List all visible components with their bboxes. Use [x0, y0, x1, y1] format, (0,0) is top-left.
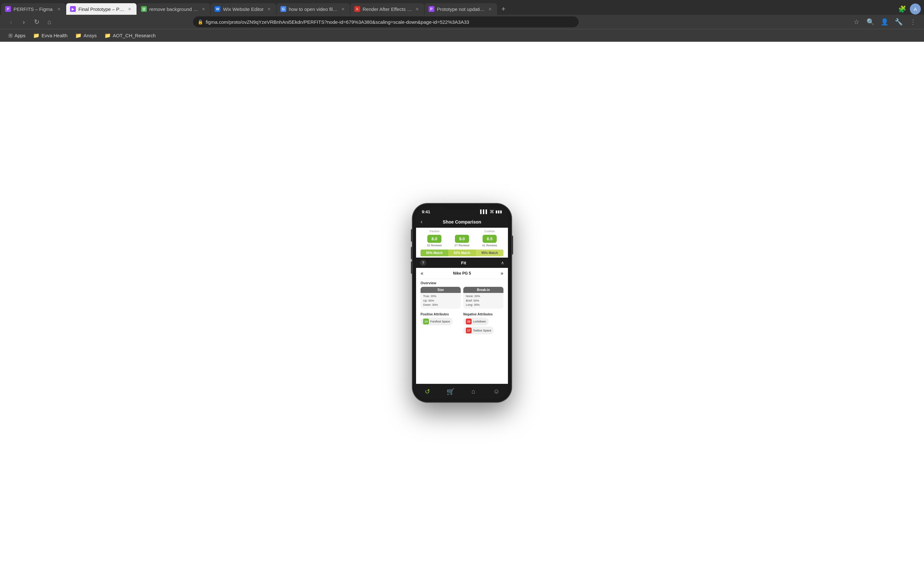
negative-tag-label-1: Lockdown [473, 320, 486, 323]
score-header-row: Traction Cushion [416, 228, 508, 234]
extensions-icon[interactable]: 🧩 [896, 3, 908, 15]
tab-favicon-4: W [214, 6, 220, 12]
address-bar-row: ‹ › ↻ ⌂ 🔒 figma.com/proto/ovZN9qYzeVRBnh… [0, 15, 924, 29]
bottom-nav-refresh[interactable]: ↺ [421, 385, 434, 398]
tab-label-3: remove background … [149, 6, 198, 12]
tab-favicon-3: 🖼 [141, 6, 147, 12]
break-line-3: Long: 30% [466, 303, 501, 308]
match-cell-3: 95% Match [476, 249, 504, 256]
address-text: figma.com/proto/ovZN9qYzeVRBnhAni5Ekdn/P… [206, 19, 469, 25]
tab-label-7: Prototype not updati… [437, 6, 485, 12]
tab-close-4[interactable]: ✕ [266, 6, 272, 12]
tab-favicon-2: ▶ [70, 6, 76, 12]
tab-label-1: PERFITS – Figma [14, 6, 53, 12]
score-grid: 8.0 32 Reviews 9.0 27 Reviews 8.5 41 Rev… [416, 234, 508, 248]
match-row: 85% Match 92% Match 95% Match [420, 249, 504, 256]
tab-favicon-1: P [5, 6, 11, 12]
phone-screen: 9:41 ▌▌▌ ⌘ ▮▮▮ ‹ Shoe Comparison Tractio… [416, 207, 508, 399]
match-cell-2: 92% Match [448, 249, 476, 256]
tab-remove-bg[interactable]: 🖼 remove background … ✕ [137, 3, 210, 15]
score-badge-1: 8.0 [427, 235, 441, 243]
signal-icon: ▌▌▌ [480, 209, 488, 214]
bookmark-apps[interactable]: ⊞ Apps [5, 31, 28, 40]
puzzle-icon[interactable]: 🔧 [893, 16, 905, 28]
tab-after-effects[interactable]: A Render After Effects … ✕ [351, 3, 424, 15]
negative-tag-1: 20 Lockdown [463, 318, 489, 326]
bookmark-aot[interactable]: 📁 AOT_CH_Research [101, 31, 159, 40]
address-bar[interactable]: 🔒 figma.com/proto/ovZN9qYzeVRBnhAni5Ekdn… [193, 16, 579, 27]
overview-section: Overview Size True: 20% Up: 50% Down: 30… [416, 279, 508, 310]
back-button[interactable]: ‹ [5, 16, 17, 28]
bookmark-apps-label: Apps [15, 33, 26, 38]
section-chevron-icon[interactable]: ∧ [501, 260, 504, 265]
product-nav: « Nike PG 5 » [416, 268, 508, 279]
size-line-1: True: 20% [423, 294, 458, 299]
help-circle-icon[interactable]: ? [420, 260, 426, 266]
size-card-header: Size [420, 287, 461, 293]
positive-attributes-col: Positive Attributes 14 Forefoot Space [420, 312, 461, 336]
positive-tag-badge-1: 14 [423, 319, 429, 324]
tab-close-2[interactable]: ✕ [127, 6, 133, 12]
fit-section-divider: ? Fit ∧ [416, 258, 508, 268]
tab-favicon-7: P [429, 6, 434, 12]
reload-button[interactable]: ↻ [31, 16, 42, 28]
page-content: 9:41 ▌▌▌ ⌘ ▮▮▮ ‹ Shoe Comparison Tractio… [0, 42, 924, 564]
search-icon[interactable]: 🔍 [865, 16, 876, 28]
profile-avatar[interactable]: A [910, 3, 921, 15]
positive-label: Positive Attributes [420, 312, 461, 316]
break-in-card-header: Break-in [463, 287, 504, 293]
break-line-1: None: 20% [466, 294, 501, 299]
score-badge-3: 8.5 [483, 235, 497, 243]
status-time: 9:41 [422, 209, 430, 214]
fit-cards-row: Size True: 20% Up: 50% Down: 30% Break-i… [420, 287, 504, 309]
folder-icon-2: 📁 [75, 33, 82, 39]
positive-tag-label-1: Forefoot Space [430, 320, 450, 323]
new-tab-button[interactable]: + [498, 3, 509, 15]
user-icon[interactable]: 👤 [879, 16, 891, 28]
tab-video[interactable]: G how to open video fil… ✕ [277, 3, 350, 15]
score-reviews-3: 41 Reviews [482, 244, 497, 247]
bookmark-ansys[interactable]: 📁 Ansys [72, 31, 100, 40]
col-label-traction: Traction [420, 230, 448, 233]
bottom-nav-profile[interactable]: ☺ [490, 385, 503, 398]
fit-section-title: Fit [461, 261, 466, 265]
negative-label: Negative Attributes [463, 312, 504, 316]
match-cell-1: 85% Match [420, 249, 448, 256]
tab-favicon-6: A [354, 6, 360, 12]
bottom-nav-home[interactable]: ⌂ [467, 385, 480, 398]
break-in-card: Break-in None: 20% Brief: 50% Long: 30% [463, 287, 504, 309]
tab-close-5[interactable]: ✕ [340, 6, 346, 12]
tab-close-1[interactable]: ✕ [56, 6, 62, 12]
nav-buttons: ‹ › ↻ ⌂ [5, 16, 55, 28]
tab-wix[interactable]: W Wix Website Editor ✕ [211, 3, 276, 15]
menu-icon[interactable]: ⋮ [907, 16, 919, 28]
tab-close-7[interactable]: ✕ [488, 6, 493, 12]
negative-tag-2: 17 Toebox Space [463, 327, 494, 334]
score-col-1: 8.0 32 Reviews [420, 235, 448, 247]
size-line-2: Up: 50% [423, 299, 458, 303]
prev-product-button[interactable]: « [420, 270, 423, 276]
tab-prototype-not-updating[interactable]: P Prototype not updati… ✕ [425, 3, 497, 15]
tab-final-prototype[interactable]: ▶ Final Prototype – P… ✕ [66, 3, 136, 15]
negative-tag-badge-2: 17 [466, 328, 472, 333]
back-nav-icon[interactable]: ‹ [420, 218, 423, 225]
bookmark-evva-health[interactable]: 📁 Evva Health [30, 31, 70, 40]
app-content: Traction Cushion 8.0 32 Reviews 9.0 27 R… [416, 228, 508, 384]
score-reviews-1: 32 Reviews [427, 244, 442, 247]
negative-attributes-col: Negative Attributes 20 Lockdown 17 Toebo… [463, 312, 504, 336]
bottom-nav-cart[interactable]: 🛒 [444, 385, 457, 398]
tab-close-3[interactable]: ✕ [201, 6, 206, 12]
tab-close-6[interactable]: ✕ [414, 6, 420, 12]
next-product-button[interactable]: » [501, 270, 504, 276]
battery-icon: ▮▮▮ [495, 209, 502, 214]
tab-label-6: Render After Effects … [363, 6, 412, 12]
tab-perfits[interactable]: P PERFITS – Figma ✕ [1, 3, 66, 15]
score-reviews-2: 27 Reviews [454, 244, 470, 247]
bookmark-star-icon[interactable]: ☆ [851, 16, 862, 28]
size-line-3: Down: 30% [423, 303, 458, 308]
size-card-body: True: 20% Up: 50% Down: 30% [420, 293, 461, 309]
forward-button[interactable]: › [18, 16, 30, 28]
bookmark-aot-label: AOT_CH_Research [113, 33, 156, 38]
home-button[interactable]: ⌂ [44, 16, 55, 28]
phone-device: 9:41 ▌▌▌ ⌘ ▮▮▮ ‹ Shoe Comparison Tractio… [412, 203, 512, 402]
